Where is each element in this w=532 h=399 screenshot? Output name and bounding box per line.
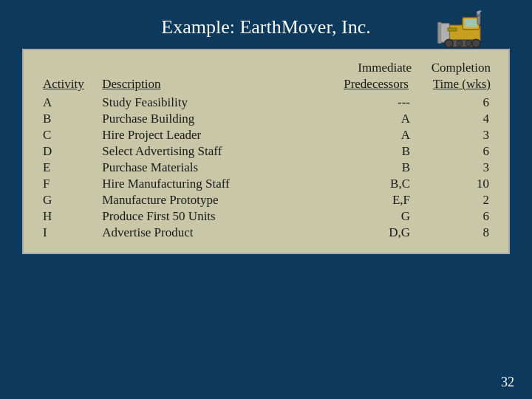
table-header-row1: Immediate Completion bbox=[38, 59, 494, 77]
cell-time: 10 bbox=[415, 176, 494, 192]
cell-description: Study Feasibility bbox=[98, 95, 325, 111]
cell-time: 2 bbox=[415, 192, 494, 208]
slide-container: Example: EarthMover, Inc. bbox=[0, 0, 532, 399]
cell-activity: D bbox=[38, 143, 98, 160]
table-row: FHire Manufacturing StaffB,C10 bbox=[38, 176, 494, 192]
header-description-spacer bbox=[98, 59, 325, 77]
table-row: HProduce First 50 UnitsG6 bbox=[38, 208, 494, 225]
activity-table: Immediate Completion Activity Descriptio… bbox=[38, 59, 494, 241]
cell-description: Purchase Materials bbox=[98, 160, 325, 176]
cell-time: 6 bbox=[415, 95, 494, 111]
cell-time: 6 bbox=[415, 208, 494, 225]
cell-time: 3 bbox=[415, 160, 494, 176]
cell-description: Purchase Building bbox=[98, 111, 325, 127]
table-row: AStudy Feasibility---6 bbox=[38, 95, 494, 111]
table-row: GManufacture PrototypeE,F2 bbox=[38, 192, 494, 208]
cell-activity: I bbox=[38, 225, 98, 241]
cell-activity: C bbox=[38, 127, 98, 143]
cell-time: 3 bbox=[415, 127, 494, 143]
cell-activity: A bbox=[38, 95, 98, 111]
table-row: DSelect Advertising StaffB6 bbox=[38, 143, 494, 160]
table-row: EPurchase MaterialsB3 bbox=[38, 160, 494, 176]
svg-point-9 bbox=[466, 41, 471, 47]
svg-rect-2 bbox=[465, 19, 477, 27]
svg-point-7 bbox=[445, 39, 453, 47]
svg-rect-5 bbox=[448, 28, 457, 31]
col-time-header: Time (wks) bbox=[415, 77, 494, 95]
cell-description: Hire Manufacturing Staff bbox=[98, 176, 325, 192]
cell-activity: G bbox=[38, 192, 98, 208]
cell-predecessors: --- bbox=[325, 95, 415, 111]
cell-activity: H bbox=[38, 208, 98, 225]
table-row: IAdvertise ProductD,G8 bbox=[38, 225, 494, 241]
svg-point-10 bbox=[472, 39, 480, 47]
cell-activity: B bbox=[38, 111, 98, 127]
cell-predecessors: B bbox=[325, 143, 415, 160]
cell-predecessors: A bbox=[325, 127, 415, 143]
table-row: CHire Project LeaderA3 bbox=[38, 127, 494, 143]
cell-time: 6 bbox=[415, 143, 494, 160]
header-immediate: Immediate bbox=[325, 59, 415, 77]
cell-time: 8 bbox=[415, 225, 494, 241]
cell-description: Hire Project Leader bbox=[98, 127, 325, 143]
header-activity-spacer bbox=[38, 59, 98, 77]
bulldozer-icon bbox=[436, 10, 495, 55]
table-header-row2: Activity Description Predecessors Time (… bbox=[38, 77, 494, 95]
table-row: BPurchase BuildingA4 bbox=[38, 111, 494, 127]
cell-activity: E bbox=[38, 160, 98, 176]
cell-predecessors: G bbox=[325, 208, 415, 225]
table-container: Immediate Completion Activity Descriptio… bbox=[22, 49, 510, 254]
cell-description: Select Advertising Staff bbox=[98, 143, 325, 160]
cell-description: Advertise Product bbox=[98, 225, 325, 241]
cell-activity: F bbox=[38, 176, 98, 192]
cell-predecessors: E,F bbox=[325, 192, 415, 208]
page-number: 32 bbox=[501, 375, 514, 390]
cell-predecessors: D,G bbox=[325, 225, 415, 241]
svg-rect-4 bbox=[437, 22, 441, 44]
cell-description: Manufacture Prototype bbox=[98, 192, 325, 208]
svg-point-8 bbox=[457, 41, 463, 47]
cell-predecessors: B bbox=[325, 160, 415, 176]
cell-time: 4 bbox=[415, 111, 494, 127]
cell-predecessors: A bbox=[325, 111, 415, 127]
cell-predecessors: B,C bbox=[325, 176, 415, 192]
col-description-header: Description bbox=[98, 77, 325, 95]
svg-rect-11 bbox=[477, 15, 480, 24]
cell-description: Produce First 50 Units bbox=[98, 208, 325, 225]
col-predecessors-header: Predecessors bbox=[325, 77, 415, 95]
header-completion: Completion bbox=[415, 59, 494, 77]
title-area: Example: EarthMover, Inc. bbox=[22, 13, 510, 38]
table-body: AStudy Feasibility---6BPurchase Building… bbox=[38, 95, 494, 241]
col-activity-header: Activity bbox=[38, 77, 98, 95]
